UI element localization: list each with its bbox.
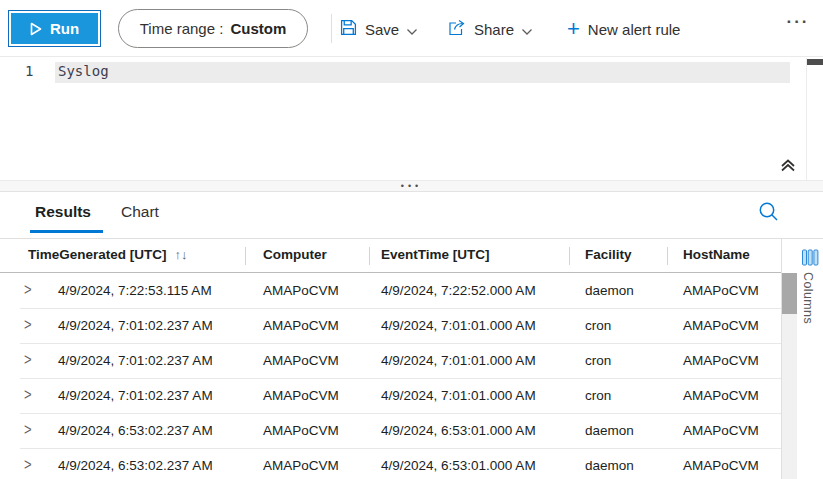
share-icon: [448, 19, 466, 39]
table-cell: 4/9/2024, 7:22:53.115 AM: [58, 283, 212, 298]
table-cell: AMAPoCVM: [263, 318, 339, 333]
column-header-computer[interactable]: Computer: [263, 247, 327, 262]
editor-scrollbar[interactable]: [806, 58, 823, 180]
panel-resize-handle[interactable]: •••: [0, 180, 823, 192]
save-button[interactable]: Save: [340, 14, 417, 44]
save-icon: [340, 19, 357, 39]
current-line-highlight: [55, 62, 790, 83]
column-divider: [245, 247, 246, 265]
table-cell: 4/9/2024, 6:53:02.237 AM: [58, 458, 213, 473]
table-cell: 4/9/2024, 7:01:02.237 AM: [58, 353, 213, 368]
table-cell: 4/9/2024, 7:01:02.237 AM: [58, 318, 213, 333]
row-expander-icon[interactable]: >: [24, 350, 32, 369]
table-cell: cron: [585, 388, 611, 403]
run-button[interactable]: Run: [8, 10, 101, 47]
table-cell: AMAPoCVM: [683, 423, 759, 438]
table-row[interactable]: >4/9/2024, 7:01:02.237 AMAMAPoCVM4/9/202…: [20, 379, 781, 414]
table-row[interactable]: >4/9/2024, 7:01:02.237 AMAMAPoCVM4/9/202…: [20, 344, 781, 379]
table-cell: cron: [585, 318, 611, 333]
share-label: Share: [474, 21, 514, 38]
new-alert-rule-label: New alert rule: [588, 21, 681, 38]
line-number: 1: [25, 63, 33, 79]
table-cell: daemon: [585, 283, 634, 298]
table-cell: AMAPoCVM: [683, 283, 759, 298]
column-header-timegenerated[interactable]: TimeGenerated [UTC]↑↓: [28, 247, 188, 262]
table-row[interactable]: >4/9/2024, 7:01:02.237 AMAMAPoCVM4/9/202…: [20, 309, 781, 344]
table-cell: AMAPoCVM: [263, 423, 339, 438]
column-divider: [369, 247, 370, 265]
table-row[interactable]: >4/9/2024, 6:53:02.237 AMAMAPoCVM4/9/202…: [20, 414, 781, 449]
table-cell: 4/9/2024, 7:01:01.000 AM: [381, 318, 536, 333]
table-cell: AMAPoCVM: [683, 353, 759, 368]
table-cell: 4/9/2024, 7:22:52.000 AM: [381, 283, 536, 298]
time-range-value: Custom: [230, 20, 286, 37]
row-expander-icon[interactable]: >: [24, 455, 32, 474]
more-button[interactable]: ···: [781, 12, 815, 42]
table-scrollbar[interactable]: [782, 273, 797, 479]
table-cell: AMAPoCVM: [683, 318, 759, 333]
columns-panel-label[interactable]: Columns: [801, 272, 815, 324]
table-row[interactable]: >4/9/2024, 7:22:53.115 AMAMAPoCVM4/9/202…: [20, 274, 781, 309]
chevron-down-icon: [522, 21, 532, 38]
table-cell: AMAPoCVM: [683, 388, 759, 403]
table-cell: cron: [585, 353, 611, 368]
table-cell: 4/9/2024, 6:53:01.000 AM: [381, 423, 536, 438]
column-divider: [569, 247, 570, 265]
search-icon[interactable]: [757, 200, 783, 226]
new-alert-rule-button[interactable]: + New alert rule: [567, 14, 680, 44]
sort-icon: ↑↓: [175, 247, 188, 262]
table-header-row: TimeGenerated [UTC]↑↓ Computer EventTime…: [0, 239, 781, 273]
table-cell: AMAPoCVM: [263, 388, 339, 403]
tab-results[interactable]: Results: [35, 203, 91, 221]
tab-chart[interactable]: Chart: [121, 203, 159, 221]
query-editor[interactable]: 1 Syslog: [0, 58, 823, 180]
column-header-hostname[interactable]: HostName: [683, 247, 750, 262]
plus-icon: +: [567, 19, 580, 39]
table-cell: AMAPoCVM: [683, 458, 759, 473]
time-range-picker[interactable]: Time range : Custom: [118, 9, 308, 48]
table-body: >4/9/2024, 7:22:53.115 AMAMAPoCVM4/9/202…: [0, 274, 781, 479]
active-tab-indicator: [30, 230, 103, 233]
table-cell: AMAPoCVM: [263, 353, 339, 368]
play-icon: [30, 22, 42, 36]
resize-dots-icon: •••: [401, 184, 422, 188]
column-header-facility[interactable]: Facility: [585, 247, 632, 262]
table-cell: 4/9/2024, 7:01:01.000 AM: [381, 353, 536, 368]
column-divider: [667, 247, 668, 265]
save-label: Save: [365, 21, 399, 38]
row-expander-icon[interactable]: >: [24, 385, 32, 404]
run-label: Run: [50, 20, 79, 37]
toolbar-divider: [331, 14, 332, 43]
row-expander-icon[interactable]: >: [24, 315, 32, 334]
time-range-label: Time range :: [140, 20, 224, 37]
collapse-editor-button[interactable]: [778, 155, 800, 177]
table-cell: 4/9/2024, 6:53:01.000 AM: [381, 458, 536, 473]
column-header-eventtime[interactable]: EventTime [UTC]: [381, 247, 490, 262]
table-row[interactable]: >4/9/2024, 6:53:02.237 AMAMAPoCVM4/9/202…: [20, 449, 781, 479]
table-cell: 4/9/2024, 6:53:02.237 AM: [58, 423, 213, 438]
table-cell: daemon: [585, 458, 634, 473]
table-cell: daemon: [585, 423, 634, 438]
table-cell: AMAPoCVM: [263, 283, 339, 298]
table-cell: 4/9/2024, 7:01:02.237 AM: [58, 388, 213, 403]
columns-icon[interactable]: [802, 249, 819, 270]
toolbar: Run Time range : Custom Save Share: [0, 0, 823, 57]
results-tabbar: Results Chart: [0, 193, 823, 239]
share-button[interactable]: Share: [448, 14, 532, 44]
table-cell: 4/9/2024, 7:01:01.000 AM: [381, 388, 536, 403]
editor-scrollbar-thumb[interactable]: [807, 59, 823, 65]
results-table: TimeGenerated [UTC]↑↓ Computer EventTime…: [0, 239, 823, 479]
chevron-down-icon: [407, 21, 417, 38]
row-expander-icon[interactable]: >: [24, 420, 32, 439]
table-scrollbar-thumb[interactable]: [782, 273, 797, 314]
table-cell: AMAPoCVM: [263, 458, 339, 473]
query-text[interactable]: Syslog: [58, 63, 109, 79]
row-expander-icon[interactable]: >: [24, 280, 32, 299]
columns-side-panel: Columns: [798, 239, 823, 479]
